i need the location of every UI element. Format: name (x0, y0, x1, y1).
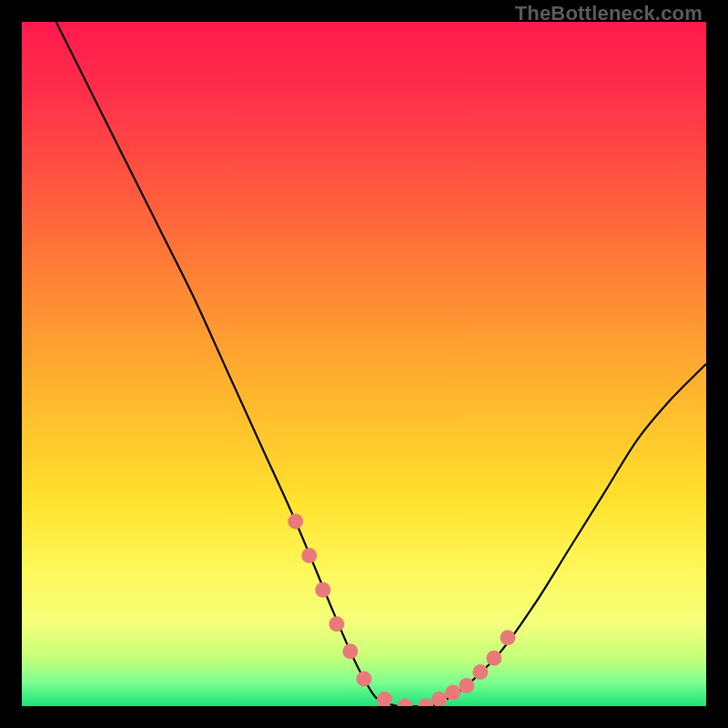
highlight-dot (472, 664, 488, 680)
highlight-dot (315, 582, 330, 598)
highlight-dot (301, 548, 317, 563)
highlight-dot (459, 678, 474, 693)
bottleneck-chart (22, 22, 706, 706)
highlight-dot (288, 513, 303, 529)
highlight-dot (342, 643, 358, 659)
highlight-dot (500, 630, 515, 645)
highlight-dot (329, 616, 344, 632)
chart-frame (22, 22, 706, 706)
gradient-background (22, 22, 706, 706)
highlight-dot (445, 684, 460, 700)
highlight-dot (357, 671, 372, 686)
highlight-dot (486, 651, 501, 666)
